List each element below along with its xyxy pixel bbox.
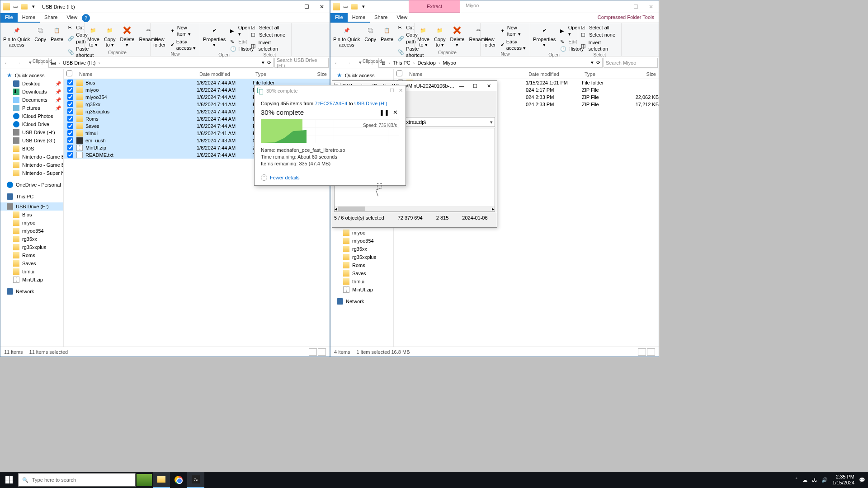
nav-quick-access[interactable]: ★Quick access bbox=[0, 71, 63, 80]
nav-documents[interactable]: Documents📌 bbox=[0, 96, 63, 104]
nav-nsnes[interactable]: Nintendo - Super Ninte bbox=[0, 169, 63, 177]
nav-l-minui[interactable]: MinUI.zip bbox=[0, 276, 63, 284]
tab-view[interactable]: View bbox=[392, 13, 412, 23]
scrollbar-thumb[interactable] bbox=[338, 206, 365, 211]
tray-onedrive-icon[interactable]: ☁ bbox=[802, 477, 807, 483]
copy-button[interactable]: ⿻Copy bbox=[363, 24, 377, 43]
select-none-button[interactable]: ☐Select none bbox=[580, 31, 619, 38]
close-button[interactable]: ✕ bbox=[399, 88, 403, 94]
col-size[interactable]: Size bbox=[298, 71, 330, 77]
invert-selection-button[interactable]: ◫Invert selection bbox=[250, 39, 289, 53]
dropdown-icon[interactable]: ▾ bbox=[490, 119, 493, 125]
nav-rg35xxplus[interactable]: rg35xxplus bbox=[330, 253, 393, 261]
tab-home[interactable]: Home bbox=[18, 13, 40, 23]
back-button[interactable]: ← bbox=[1, 57, 12, 68]
nav-saves[interactable]: Saves bbox=[330, 269, 393, 277]
select-all-checkbox[interactable] bbox=[66, 70, 72, 76]
tray-volume-icon[interactable]: 🔊 bbox=[821, 477, 828, 483]
pin-quick-access-button[interactable]: 📌Pin to Quick access bbox=[2, 24, 31, 48]
copy-button[interactable]: ⿻Copy bbox=[33, 24, 47, 43]
properties-button[interactable]: ✔Properties ▾ bbox=[202, 24, 226, 48]
maximize-button[interactable]: ☐ bbox=[299, 0, 314, 13]
task-weather[interactable] bbox=[136, 472, 153, 488]
tab-file[interactable]: File bbox=[0, 13, 18, 23]
minimize-button[interactable]: — bbox=[613, 0, 628, 13]
refresh-icon[interactable]: ⟳ bbox=[267, 60, 271, 66]
nav-trimui[interactable]: trimui bbox=[330, 277, 393, 286]
row-checkbox[interactable] bbox=[67, 123, 73, 129]
scroll-right[interactable]: ▸ bbox=[492, 206, 495, 212]
close-button[interactable]: ✕ bbox=[314, 0, 330, 13]
row-checkbox[interactable] bbox=[67, 152, 73, 158]
nav-usb-g[interactable]: USB Drive (G:) bbox=[0, 136, 63, 145]
paste-button[interactable]: 📋Paste bbox=[380, 24, 394, 43]
task-explorer[interactable] bbox=[153, 472, 170, 488]
nav-l-miyoo354[interactable]: miyoo354 bbox=[0, 227, 63, 235]
nav-onedrive[interactable]: OneDrive - Personal bbox=[0, 181, 63, 189]
view-large-button[interactable] bbox=[647, 348, 655, 356]
close-button[interactable]: ✕ bbox=[482, 81, 495, 90]
taskbar-search[interactable]: 🔍 Type here to search bbox=[18, 473, 136, 487]
nav-minui[interactable]: MinUI.zip bbox=[330, 286, 393, 294]
task-sevenzip[interactable]: 7z bbox=[187, 472, 204, 488]
close-button[interactable]: ✕ bbox=[643, 0, 659, 13]
address-bar[interactable]: 🖥› This PC› Desktop› Miyoo ▾ ⟳ bbox=[378, 58, 603, 68]
select-all-checkbox[interactable] bbox=[396, 70, 402, 76]
nav-l-saves[interactable]: Saves bbox=[0, 259, 63, 267]
row-checkbox[interactable] bbox=[67, 87, 73, 93]
nav-ngba[interactable]: Nintendo - Game Boy A bbox=[0, 153, 63, 161]
recent-button[interactable]: ▾ bbox=[25, 57, 36, 68]
col-type[interactable]: Type bbox=[582, 71, 627, 77]
row-checkbox[interactable] bbox=[67, 130, 73, 136]
qat-dropdown-icon[interactable]: ▾ bbox=[359, 3, 368, 11]
nav-miyoo[interactable]: miyoo bbox=[330, 229, 393, 237]
col-date[interactable]: Date modified bbox=[526, 71, 582, 77]
task-chrome[interactable] bbox=[170, 472, 187, 488]
invert-selection-button[interactable]: ◫Invert selection bbox=[580, 39, 619, 53]
row-checkbox[interactable] bbox=[67, 116, 73, 122]
tray-network-icon[interactable]: 🖧 bbox=[812, 477, 817, 483]
search-input[interactable]: Search Miyoo bbox=[604, 58, 658, 68]
minimize-button[interactable]: — bbox=[283, 0, 299, 13]
tab-extract-contextual[interactable]: Extract bbox=[409, 0, 460, 13]
nav-network[interactable]: Network bbox=[330, 297, 393, 305]
recent-button[interactable]: ▾ bbox=[355, 57, 366, 68]
paste-button[interactable]: 📋Paste bbox=[50, 24, 64, 43]
nav-pictures[interactable]: Pictures📌 bbox=[0, 104, 63, 112]
nav-quick-access[interactable]: ★Quick access bbox=[330, 71, 393, 80]
cancel-button[interactable]: ✕ bbox=[391, 108, 399, 116]
easy-access-button[interactable]: ✔Easy access ▾ bbox=[500, 38, 528, 52]
nav-icloud-photos[interactable]: iCloud Photos bbox=[0, 112, 63, 120]
tab-compressed-tools[interactable]: Compressed Folder Tools bbox=[593, 13, 659, 23]
maximize-button[interactable]: ☐ bbox=[390, 88, 394, 94]
tray-overflow[interactable]: ˄ bbox=[795, 477, 798, 483]
nav-icloud-drive[interactable]: iCloud Drive bbox=[0, 120, 63, 128]
notifications-icon[interactable]: 💬 bbox=[859, 477, 865, 483]
qat-newfolder-icon[interactable] bbox=[350, 3, 359, 11]
row-checkbox[interactable] bbox=[67, 145, 73, 150]
tab-view[interactable]: View bbox=[62, 13, 82, 23]
delete-button[interactable]: Delete ▾ bbox=[449, 24, 466, 48]
refresh-icon[interactable]: ⟳ bbox=[596, 60, 600, 66]
nav-l-roms[interactable]: Roms bbox=[0, 251, 63, 259]
nav-l-bios[interactable]: Bios bbox=[0, 211, 63, 219]
address-bar[interactable]: 🖴 › USB Drive (H:) › ▾ ⟳ bbox=[48, 58, 274, 68]
nav-ngbc[interactable]: Nintendo - Game Boy C bbox=[0, 161, 63, 169]
new-item-button[interactable]: ✦New item ▾ bbox=[170, 24, 198, 38]
nav-usb-h-2[interactable]: USB Drive (H:) bbox=[0, 202, 63, 211]
delete-button[interactable]: Delete ▾ bbox=[119, 24, 136, 48]
start-button[interactable] bbox=[0, 472, 18, 488]
clock[interactable]: 2:35 PM1/15/2024 bbox=[832, 474, 854, 485]
nav-desktop[interactable]: Desktop📌 bbox=[0, 80, 63, 88]
move-to-button[interactable]: 📁Move to ▾ bbox=[416, 24, 430, 48]
forward-button[interactable]: → bbox=[13, 57, 24, 68]
qat-props-icon[interactable]: ▭ bbox=[11, 3, 19, 11]
easy-access-button[interactable]: ✔Easy access ▾ bbox=[170, 38, 198, 52]
qat-newfolder-icon[interactable] bbox=[20, 3, 28, 11]
fewer-details-button[interactable]: ˄ Fewer details bbox=[261, 174, 399, 181]
tab-home[interactable]: Home bbox=[348, 13, 370, 23]
tab-share[interactable]: Share bbox=[40, 13, 62, 23]
nav-miyoo354[interactable]: miyoo354 bbox=[330, 237, 393, 245]
copy-to-button[interactable]: 📁Copy to ▾ bbox=[433, 24, 447, 48]
forward-button[interactable]: → bbox=[343, 57, 354, 68]
